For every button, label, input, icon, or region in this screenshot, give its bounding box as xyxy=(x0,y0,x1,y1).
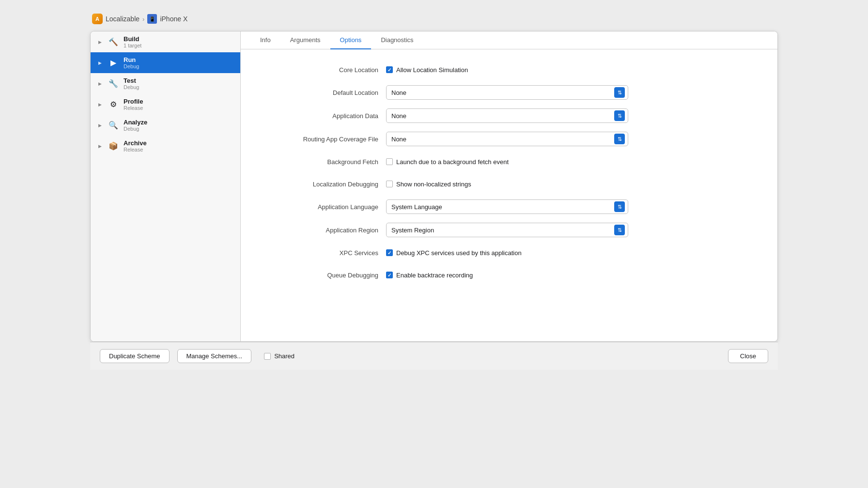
default-location-dropdown[interactable]: None ⇅ xyxy=(386,85,628,100)
queue-debug-checkbox-group[interactable]: Enable backtrace recording xyxy=(386,272,473,279)
application-data-control: None ⇅ xyxy=(386,108,758,123)
queue-debug-checkbox-label: Enable backtrace recording xyxy=(396,272,473,279)
shared-label: Shared xyxy=(274,352,294,360)
app-region-label: Application Region xyxy=(260,227,386,234)
background-fetch-label: Background Fetch xyxy=(260,158,386,166)
app-language-dropdown[interactable]: System Language ⇅ xyxy=(386,199,628,214)
app-language-row: Application Language System Language ⇅ xyxy=(260,199,758,214)
queue-debug-control: Enable backtrace recording xyxy=(386,272,758,279)
app-language-arrow: ⇅ xyxy=(614,201,625,212)
localization-debug-label: Localization Debugging xyxy=(260,181,386,188)
xpc-services-checkbox-group[interactable]: Debug XPC services used by this applicat… xyxy=(386,249,522,257)
profile-icon: ⚙ xyxy=(108,99,119,110)
core-location-label: Core Location xyxy=(260,66,386,74)
app-region-control: System Region ⇅ xyxy=(386,223,758,237)
run-text: Run Debug xyxy=(124,56,139,69)
duplicate-scheme-button[interactable]: Duplicate Scheme xyxy=(100,349,170,363)
device-icon: 📱 xyxy=(147,14,157,24)
queue-debug-checkbox[interactable] xyxy=(386,272,393,278)
close-button[interactable]: Close xyxy=(728,349,768,363)
localization-debug-checkbox-group[interactable]: Show non-localized strings xyxy=(386,181,471,188)
expand-arrow-test: ▶ xyxy=(98,81,103,86)
routing-coverage-control: None ⇅ xyxy=(386,132,758,146)
content-area: Core Location Allow Location Simulation … xyxy=(241,49,777,341)
panel-body: ▶ 🔨 Build 1 target ▶ ▶ Run Debug ▶ 🔧 xyxy=(91,31,777,341)
default-location-value: None xyxy=(391,89,610,96)
routing-coverage-arrow: ⇅ xyxy=(614,134,625,144)
core-location-control: Allow Location Simulation xyxy=(386,66,758,74)
test-icon: 🔧 xyxy=(108,78,119,89)
background-fetch-checkbox-label: Launch due to a background fetch event xyxy=(396,158,509,166)
tab-diagnostics[interactable]: Diagnostics xyxy=(371,31,423,49)
xpc-services-control: Debug XPC services used by this applicat… xyxy=(386,249,758,257)
localization-debug-checkbox[interactable] xyxy=(386,181,393,187)
default-location-label: Default Location xyxy=(260,89,386,96)
profile-text: Profile Release xyxy=(124,98,143,111)
app-language-control: System Language ⇅ xyxy=(386,199,758,214)
localization-debug-row: Localization Debugging Show non-localize… xyxy=(260,177,758,191)
app-region-dropdown[interactable]: System Region ⇅ xyxy=(386,223,628,237)
application-data-dropdown[interactable]: None ⇅ xyxy=(386,108,628,123)
default-location-arrow: ⇅ xyxy=(614,87,625,98)
analyze-text: Analyze Debug xyxy=(124,119,147,132)
expand-arrow-profile: ▶ xyxy=(98,102,103,107)
background-fetch-row: Background Fetch Launch due to a backgro… xyxy=(260,155,758,168)
expand-arrow-analyze: ▶ xyxy=(98,123,103,128)
application-data-label: Application Data xyxy=(260,112,386,120)
expand-arrow-archive: ▶ xyxy=(98,144,103,149)
xpc-services-checkbox[interactable] xyxy=(386,249,393,256)
xpc-services-checkbox-label: Debug XPC services used by this applicat… xyxy=(396,249,522,257)
breadcrumb-chevron: › xyxy=(142,15,144,23)
sidebar-item-analyze[interactable]: ▶ 🔍 Analyze Debug xyxy=(91,115,240,136)
default-location-row: Default Location None ⇅ xyxy=(260,85,758,100)
xpc-services-label: XPC Services xyxy=(260,249,386,257)
background-fetch-control: Launch due to a background fetch event xyxy=(386,158,758,166)
sidebar-item-archive[interactable]: ▶ 📦 Archive Release xyxy=(91,136,240,156)
background-fetch-checkbox-group[interactable]: Launch due to a background fetch event xyxy=(386,158,509,166)
tab-info[interactable]: Info xyxy=(250,31,280,49)
app-language-value: System Language xyxy=(391,203,610,211)
main-panel: ▶ 🔨 Build 1 target ▶ ▶ Run Debug ▶ 🔧 xyxy=(90,31,778,342)
routing-coverage-row: Routing App Coverage File None ⇅ xyxy=(260,132,758,146)
default-location-control: None ⇅ xyxy=(386,85,758,100)
localization-debug-checkbox-label: Show non-localized strings xyxy=(396,181,471,188)
breadcrumb-app-name: Localizable xyxy=(106,15,140,23)
background-fetch-checkbox[interactable] xyxy=(386,158,393,165)
application-data-row: Application Data None ⇅ xyxy=(260,108,758,123)
routing-coverage-value: None xyxy=(391,136,610,143)
archive-text: Archive Release xyxy=(124,139,147,152)
breadcrumb-bar: A Localizable › 📱 iPhone X xyxy=(90,10,778,31)
bottom-bar: Duplicate Scheme Manage Schemes... Share… xyxy=(90,342,778,370)
allow-location-checkbox[interactable] xyxy=(386,66,393,73)
tab-options[interactable]: Options xyxy=(330,31,372,49)
allow-location-checkbox-group[interactable]: Allow Location Simulation xyxy=(386,66,468,74)
sidebar-item-build[interactable]: ▶ 🔨 Build 1 target xyxy=(91,31,240,52)
build-text: Build 1 target xyxy=(124,35,141,48)
build-icon: 🔨 xyxy=(108,37,119,47)
core-location-row: Core Location Allow Location Simulation xyxy=(260,63,758,76)
shared-area: Shared xyxy=(264,352,294,360)
expand-arrow-run: ▶ xyxy=(98,61,103,65)
test-text: Test Debug xyxy=(124,77,139,90)
expand-arrow-build: ▶ xyxy=(98,40,103,45)
routing-coverage-dropdown[interactable]: None ⇅ xyxy=(386,132,628,146)
tab-bar: Info Arguments Options Diagnostics xyxy=(241,31,777,49)
xpc-services-row: XPC Services Debug XPC services used by … xyxy=(260,246,758,259)
app-region-row: Application Region System Region ⇅ xyxy=(260,223,758,237)
queue-debug-row: Queue Debugging Enable backtrace recordi… xyxy=(260,268,758,282)
run-icon: ▶ xyxy=(108,58,119,68)
allow-location-label: Allow Location Simulation xyxy=(396,66,468,74)
sidebar-item-run[interactable]: ▶ ▶ Run Debug xyxy=(91,52,240,73)
shared-checkbox[interactable] xyxy=(264,353,271,360)
archive-icon: 📦 xyxy=(108,141,119,152)
sidebar-item-test[interactable]: ▶ 🔧 Test Debug xyxy=(91,73,240,94)
sidebar-item-profile[interactable]: ▶ ⚙ Profile Release xyxy=(91,94,240,115)
application-data-value: None xyxy=(391,112,610,120)
analyze-icon: 🔍 xyxy=(108,120,119,131)
sidebar: ▶ 🔨 Build 1 target ▶ ▶ Run Debug ▶ 🔧 xyxy=(91,31,241,341)
xcode-icon: A xyxy=(92,14,103,24)
routing-coverage-label: Routing App Coverage File xyxy=(260,136,386,143)
app-language-label: Application Language xyxy=(260,203,386,211)
tab-arguments[interactable]: Arguments xyxy=(280,31,330,49)
manage-schemes-button[interactable]: Manage Schemes... xyxy=(177,349,252,363)
